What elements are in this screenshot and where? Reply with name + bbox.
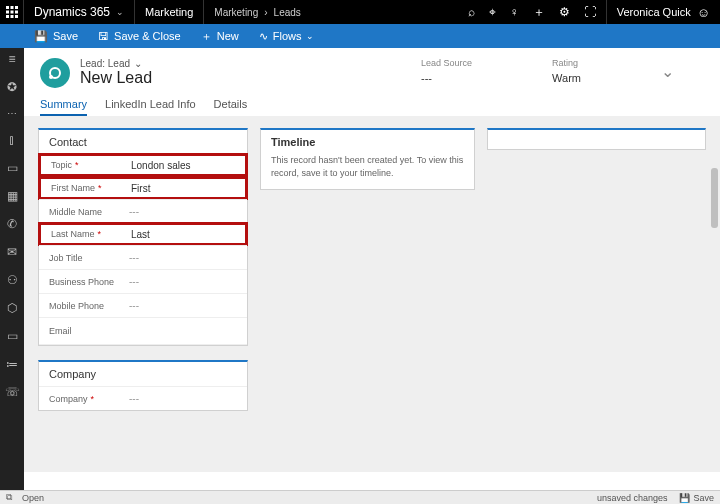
firstname-field[interactable]: First Name* First bbox=[38, 176, 248, 200]
task-icon[interactable]: ⌖ bbox=[489, 5, 496, 19]
nav-icon-mail[interactable]: ✉ bbox=[0, 245, 24, 259]
contact-title: Contact bbox=[39, 130, 247, 154]
flows-button[interactable]: ∿ Flows ⌄ bbox=[249, 30, 325, 43]
settings-icon[interactable]: ⚙ bbox=[559, 5, 570, 19]
chevron-down-icon: ⌄ bbox=[134, 58, 142, 69]
scrollbar-thumb[interactable] bbox=[711, 168, 718, 228]
nav-icon-link[interactable]: ☏ bbox=[0, 385, 24, 399]
nav-icon-phone[interactable]: ✆ bbox=[0, 217, 24, 231]
timeline-title: Timeline bbox=[261, 130, 474, 154]
status-unsaved: unsaved changes bbox=[597, 493, 668, 503]
plus-icon: ＋ bbox=[201, 29, 212, 44]
contact-card: Contact Topic* London sales First Name* … bbox=[38, 128, 248, 346]
timeline-card: Timeline This record hasn't been created… bbox=[260, 128, 475, 190]
topic-field[interactable]: Topic* London sales bbox=[38, 153, 248, 177]
nav-icon-gear[interactable]: ⬡ bbox=[0, 301, 24, 315]
empty-card bbox=[487, 128, 706, 150]
chevron-down-icon: ⌄ bbox=[306, 31, 314, 41]
menu-icon[interactable]: ≡ bbox=[0, 52, 24, 66]
nav-icon-list[interactable]: ≔ bbox=[0, 357, 24, 371]
flow-icon: ∿ bbox=[259, 30, 268, 43]
status-open: Open bbox=[22, 493, 44, 503]
user-avatar-icon: ☺ bbox=[697, 5, 710, 20]
new-button[interactable]: ＋ New bbox=[191, 29, 249, 44]
app-area[interactable]: Marketing bbox=[135, 0, 204, 24]
chevron-down-icon: ⌄ bbox=[116, 7, 124, 17]
nav-icon-chart[interactable]: ⫿ bbox=[0, 133, 24, 147]
nav-icon-cal[interactable]: ▦ bbox=[0, 189, 24, 203]
timeline-body: This record hasn't been created yet. To … bbox=[261, 154, 474, 189]
svg-rect-6 bbox=[6, 15, 9, 18]
leadsource-value[interactable]: --- bbox=[421, 72, 472, 84]
tab-linkedin[interactable]: LinkedIn Lead Info bbox=[105, 98, 196, 116]
leadsource-label: Lead Source bbox=[421, 58, 472, 68]
tab-details[interactable]: Details bbox=[214, 98, 248, 116]
company-card: Company Company* --- bbox=[38, 360, 248, 411]
svg-rect-7 bbox=[10, 15, 13, 18]
rating-label: Rating bbox=[552, 58, 581, 68]
nav-overflow-icon[interactable]: ⋯ bbox=[0, 108, 24, 119]
svg-rect-5 bbox=[15, 11, 18, 14]
svg-rect-2 bbox=[15, 6, 18, 9]
popout-icon[interactable]: ⧉ bbox=[6, 492, 12, 503]
footer-save-button[interactable]: 💾 Save bbox=[679, 493, 714, 503]
status-bar: ⧉ Open unsaved changes 💾 Save bbox=[0, 490, 720, 504]
header-expand-icon[interactable]: ⌄ bbox=[661, 62, 674, 81]
record-kind[interactable]: Lead: Lead ⌄ bbox=[80, 58, 152, 69]
nav-icon-1[interactable]: ✪ bbox=[0, 80, 24, 94]
page-title: New Lead bbox=[80, 69, 152, 87]
svg-rect-8 bbox=[15, 15, 18, 18]
product-name[interactable]: Dynamics 365 ⌄ bbox=[24, 0, 135, 24]
svg-rect-0 bbox=[6, 6, 9, 9]
crumb-2[interactable]: Leads bbox=[274, 7, 301, 18]
save-button[interactable]: 💾 Save bbox=[24, 30, 88, 43]
user-name: Veronica Quick bbox=[617, 6, 691, 18]
crumb-1[interactable]: Marketing bbox=[214, 7, 258, 18]
jobtitle-field[interactable]: Job Title --- bbox=[39, 245, 247, 269]
email-field[interactable]: Email bbox=[39, 317, 247, 345]
app-label: Marketing bbox=[145, 6, 193, 18]
entity-avatar bbox=[40, 58, 70, 88]
search-icon[interactable]: ⌕ bbox=[468, 5, 475, 19]
nav-icon-chat[interactable]: ▭ bbox=[0, 329, 24, 343]
mobilephone-field[interactable]: Mobile Phone --- bbox=[39, 293, 247, 317]
svg-rect-4 bbox=[10, 11, 13, 14]
save-close-icon: 🖫 bbox=[98, 30, 109, 42]
add-icon[interactable]: ＋ bbox=[533, 4, 545, 21]
svg-point-10 bbox=[49, 75, 53, 79]
expand-icon[interactable]: ⛶ bbox=[584, 5, 596, 19]
rating-value[interactable]: Warm bbox=[552, 72, 581, 84]
app-launcher-icon[interactable] bbox=[0, 0, 24, 24]
svg-rect-1 bbox=[10, 6, 13, 9]
company-title: Company bbox=[39, 362, 247, 386]
save-icon: 💾 bbox=[679, 493, 690, 503]
bizphone-field[interactable]: Business Phone --- bbox=[39, 269, 247, 293]
save-icon: 💾 bbox=[34, 30, 48, 43]
tab-bar: Summary LinkedIn Lead Info Details bbox=[24, 92, 720, 116]
company-field[interactable]: Company* --- bbox=[39, 386, 247, 410]
middlename-field[interactable]: Middle Name --- bbox=[39, 199, 247, 223]
left-nav-rail: ≡ ✪ ⋯ ⫿ ▭ ▦ ✆ ✉ ⚇ ⬡ ▭ ≔ ☏ bbox=[0, 48, 24, 490]
breadcrumb: Marketing › Leads bbox=[204, 7, 311, 18]
lastname-field[interactable]: Last Name* Last bbox=[38, 222, 248, 246]
crumb-sep: › bbox=[264, 7, 267, 18]
command-bar: 💾 Save 🖫 Save & Close ＋ New ∿ Flows ⌄ bbox=[0, 24, 720, 48]
nav-icon-doc[interactable]: ▭ bbox=[0, 161, 24, 175]
save-close-button[interactable]: 🖫 Save & Close bbox=[88, 30, 191, 42]
product-label: Dynamics 365 bbox=[34, 5, 110, 19]
tab-summary[interactable]: Summary bbox=[40, 98, 87, 116]
bulb-icon[interactable]: ♀ bbox=[510, 5, 519, 19]
svg-rect-3 bbox=[6, 11, 9, 14]
user-menu[interactable]: Veronica Quick ☺ bbox=[606, 0, 720, 24]
nav-icon-person[interactable]: ⚇ bbox=[0, 273, 24, 287]
